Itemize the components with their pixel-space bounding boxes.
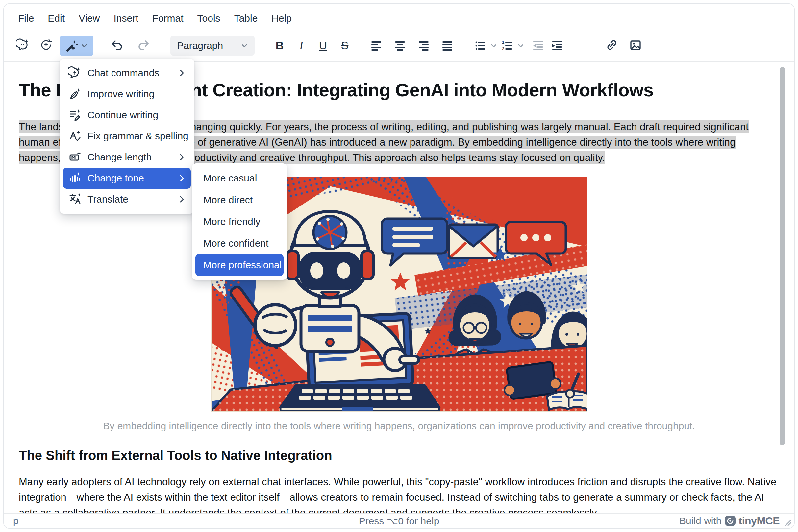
align-center-icon	[393, 38, 407, 53]
menu-table[interactable]: Table	[229, 10, 263, 26]
menu-bar: File Edit View Insert Format Tools Table…	[4, 4, 794, 30]
ai-shortcuts-button[interactable]	[14, 37, 32, 55]
chevron-down-icon[interactable]	[490, 42, 497, 49]
align-center-button[interactable]	[391, 37, 409, 55]
numbered-list-button[interactable]: 12	[498, 37, 516, 55]
submenu-item-more-confident[interactable]: More confident	[196, 232, 283, 254]
submenu-item-more-friendly[interactable]: More friendly	[196, 211, 283, 232]
menu-item-chat-commands[interactable]: Chat commands	[63, 62, 191, 83]
menu-view[interactable]: View	[73, 10, 105, 26]
strikethrough-icon: S	[335, 39, 354, 52]
link-icon	[605, 38, 618, 53]
outdent-icon	[532, 38, 545, 53]
chevron-right-icon	[178, 69, 186, 77]
ai-shortcuts-icon	[16, 38, 30, 53]
menu-item-change-tone[interactable]: Change tone	[63, 168, 191, 189]
submenu-item-more-direct[interactable]: More direct	[196, 189, 283, 211]
help-shortcut-text: Press ⌥0 for help	[4, 515, 794, 527]
menu-item-improve-writing[interactable]: Improve writing	[63, 83, 191, 104]
magic-wand-icon	[66, 39, 79, 52]
svg-text:1: 1	[502, 40, 504, 45]
menu-item-fix-grammar[interactable]: Fix grammar & spelling	[63, 126, 191, 147]
chevron-down-icon	[241, 42, 248, 49]
svg-text:2: 2	[502, 46, 504, 51]
indent-icon	[551, 38, 564, 53]
menu-file[interactable]: File	[13, 10, 39, 26]
toolbar: Paragraph B I U S 12	[4, 30, 794, 62]
fix-grammar-icon	[69, 130, 81, 143]
align-justify-button[interactable]	[438, 37, 457, 55]
underline-icon: U	[314, 39, 332, 52]
ai-review-icon	[39, 38, 53, 53]
outdent-button[interactable]	[529, 37, 548, 55]
bold-button[interactable]: B	[271, 37, 289, 55]
align-justify-icon	[441, 38, 454, 53]
numbered-list-icon: 12	[501, 38, 514, 53]
undo-button[interactable]	[108, 37, 126, 55]
chevron-down-icon	[80, 42, 88, 49]
scrollbar-thumb[interactable]	[780, 67, 785, 445]
bold-icon: B	[271, 39, 289, 52]
translate-icon	[69, 193, 81, 206]
redo-icon	[137, 38, 150, 53]
menu-edit[interactable]: Edit	[42, 10, 70, 26]
chevron-right-icon	[178, 195, 186, 204]
align-right-button[interactable]	[414, 37, 433, 55]
change-tone-submenu: More casual More direct More friendly Mo…	[192, 164, 287, 280]
bullet-list-button[interactable]	[471, 37, 489, 55]
italic-icon: I	[292, 39, 311, 52]
ai-wand-button[interactable]	[60, 36, 93, 56]
change-length-icon	[69, 151, 81, 164]
menu-insert[interactable]: Insert	[108, 10, 144, 26]
improve-writing-icon	[69, 88, 81, 101]
figure-caption[interactable]: By embedding intelligence directly into …	[19, 420, 779, 432]
chevron-right-icon	[178, 174, 186, 183]
menu-item-translate[interactable]: Translate	[63, 189, 191, 210]
body-paragraph[interactable]: Many early adopters of AI technology rel…	[19, 474, 779, 513]
resize-handle[interactable]	[783, 517, 792, 526]
menu-help[interactable]: Help	[266, 10, 297, 26]
menu-item-change-length[interactable]: Change length	[63, 147, 191, 168]
undo-icon	[111, 38, 124, 53]
menu-format[interactable]: Format	[147, 10, 189, 26]
italic-button[interactable]: I	[292, 37, 311, 55]
redo-button[interactable]	[134, 37, 153, 55]
block-format-value: Paragraph	[177, 40, 223, 51]
align-left-button[interactable]	[367, 37, 386, 55]
align-left-icon	[370, 38, 383, 53]
chevron-down-icon[interactable]	[517, 42, 524, 49]
chevron-right-icon	[178, 153, 186, 162]
indent-button[interactable]	[548, 37, 567, 55]
link-button[interactable]	[602, 37, 621, 55]
menu-item-continue-writing[interactable]: Continue writing	[63, 104, 191, 126]
align-right-icon	[417, 38, 430, 53]
tinymce-editor-window: File Edit View Insert Format Tools Table…	[0, 0, 798, 532]
chat-commands-icon	[69, 66, 81, 80]
section-heading[interactable]: The Shift from External Tools to Native …	[19, 448, 779, 463]
bullet-list-icon	[474, 38, 487, 53]
menu-tools[interactable]: Tools	[192, 10, 226, 26]
strikethrough-button[interactable]: S	[335, 37, 354, 55]
block-format-select[interactable]: Paragraph	[170, 36, 255, 56]
underline-button[interactable]: U	[314, 37, 332, 55]
image-icon	[629, 38, 642, 53]
submenu-item-more-casual[interactable]: More casual	[196, 167, 283, 189]
ai-review-button[interactable]	[37, 37, 55, 55]
ai-dropdown-menu: Chat commands Improve writing Continue w…	[60, 58, 194, 214]
image-button[interactable]	[626, 37, 645, 55]
status-bar: p Press ⌥0 for help Build with tinyMCE	[4, 513, 794, 528]
submenu-item-more-professional[interactable]: More professional	[196, 254, 283, 276]
continue-writing-icon	[69, 109, 81, 122]
change-tone-icon	[69, 172, 81, 185]
